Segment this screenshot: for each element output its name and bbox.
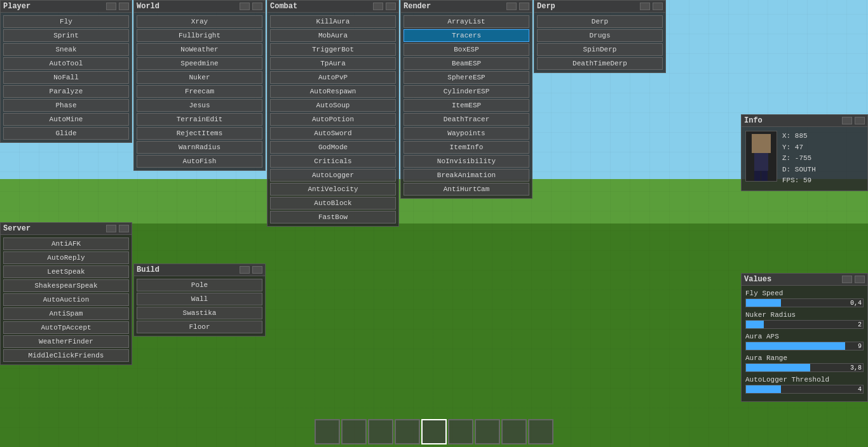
mod-btn-antiafk[interactable]: AntiAFK: [3, 237, 129, 250]
render-toggle-1[interactable]: [506, 3, 517, 10]
mod-btn-tracers[interactable]: Tracers: [403, 29, 529, 42]
mod-btn-drugs[interactable]: Drugs: [537, 29, 663, 42]
mod-btn-arraylist[interactable]: ArrayList: [403, 15, 529, 28]
mod-btn-killaura[interactable]: KillAura: [270, 15, 396, 28]
mod-btn-middleclickfriends[interactable]: MiddleClickFriends: [3, 349, 129, 362]
mod-btn-fullbright[interactable]: Fullbright: [137, 29, 262, 42]
mod-btn-autopotion[interactable]: AutoPotion: [270, 113, 396, 126]
mod-btn-godmode[interactable]: GodMode: [270, 141, 396, 154]
mod-btn-autoauction[interactable]: AutoAuction: [3, 293, 129, 306]
value-slider-4[interactable]: 4: [745, 385, 864, 394]
mod-btn-shakespearspeak[interactable]: ShakespearSpeak: [3, 279, 129, 292]
mod-btn-antihurtcam[interactable]: AntiHurtCam: [403, 183, 529, 196]
mod-btn-autoreply[interactable]: AutoReply: [3, 251, 129, 264]
mod-btn-nuker[interactable]: Nuker: [137, 71, 262, 84]
value-slider-1[interactable]: 2: [745, 320, 864, 329]
value-slider-2[interactable]: 9: [745, 342, 864, 350]
info-toggle-2[interactable]: [855, 117, 865, 124]
mod-btn-warnradius[interactable]: WarnRadius: [137, 141, 262, 154]
mod-btn-paralyze[interactable]: Paralyze: [3, 85, 129, 98]
mod-btn-waypoints[interactable]: Waypoints: [403, 127, 529, 140]
combat-toggle-1[interactable]: [373, 3, 383, 10]
mod-btn-cylinderesp[interactable]: CylinderESP: [403, 85, 529, 98]
mod-btn-boxesp[interactable]: BoxESP: [403, 43, 529, 56]
world-toggle-1[interactable]: [240, 3, 250, 10]
combat-toggle-2[interactable]: [386, 3, 396, 10]
hotbar-slot-7[interactable]: [475, 419, 500, 444]
render-toggle-2[interactable]: [519, 3, 529, 10]
mod-btn-noweather[interactable]: NoWeather: [137, 43, 262, 56]
values-toggle-2[interactable]: [855, 276, 865, 283]
mod-btn-autotpaccept[interactable]: AutoTpAccept: [3, 321, 129, 334]
mod-btn-noinvisibility[interactable]: NoInvisibility: [403, 155, 529, 168]
player-toggle-2[interactable]: [119, 3, 129, 10]
mod-btn-nofall[interactable]: NoFall: [3, 71, 129, 84]
mod-btn-leetspeak[interactable]: LeetSpeak: [3, 265, 129, 278]
mod-btn-sprint[interactable]: Sprint: [3, 29, 129, 42]
mod-btn-fly[interactable]: Fly: [3, 15, 129, 28]
server-toggle-2[interactable]: [119, 225, 129, 232]
mod-btn-swastika[interactable]: Swastika: [137, 307, 262, 319]
mod-btn-autosword[interactable]: AutoSword: [270, 127, 396, 140]
hotbar-slot-3[interactable]: [368, 419, 393, 444]
hotbar-slot-5[interactable]: [421, 419, 447, 444]
player-toggle-1[interactable]: [106, 3, 116, 10]
mod-btn-weatherfinder[interactable]: WeatherFinder: [3, 335, 129, 348]
mod-btn-autopvp[interactable]: AutoPvP: [270, 71, 396, 84]
mod-btn-deathtracer[interactable]: DeathTracer: [403, 113, 529, 126]
server-toggle-1[interactable]: [106, 225, 116, 232]
hotbar-slot-2[interactable]: [341, 419, 367, 444]
mod-btn-autologger[interactable]: AutoLogger: [270, 169, 396, 182]
mod-btn-freecam[interactable]: Freecam: [137, 85, 262, 98]
values-toggle-1[interactable]: [842, 276, 852, 283]
mod-btn-spinderp[interactable]: SpinDerp: [537, 43, 663, 56]
mod-btn-triggerbot[interactable]: TriggerBot: [270, 43, 396, 56]
mod-btn-autorespawn[interactable]: AutoRespawn: [270, 85, 396, 98]
derp-toggle-1[interactable]: [640, 3, 650, 10]
mod-btn-deathtimederp[interactable]: DeathTimeDerp: [537, 57, 663, 70]
mod-btn-automine[interactable]: AutoMine: [3, 113, 129, 126]
mod-btn-autosoup[interactable]: AutoSoup: [270, 99, 396, 112]
derp-panel-content: DerpDrugsSpinDerpDeathTimeDerp: [534, 13, 665, 72]
mod-btn-mobaura[interactable]: MobAura: [270, 29, 396, 42]
value-slider-0[interactable]: 0,4: [745, 298, 864, 307]
world-toggle-2[interactable]: [252, 3, 262, 10]
build-toggle-2[interactable]: [252, 266, 262, 274]
mod-btn-terrainedit[interactable]: TerrainEdit: [137, 113, 262, 126]
mod-btn-tpaura[interactable]: TpAura: [270, 57, 396, 70]
mod-btn-autoblock[interactable]: AutoBlock: [270, 197, 396, 210]
mod-btn-autotool[interactable]: AutoTool: [3, 57, 129, 70]
mod-btn-antivelocity[interactable]: AntiVelocity: [270, 183, 396, 196]
mod-btn-fastbow[interactable]: FastBow: [270, 211, 396, 223]
mod-btn-glide[interactable]: Glide: [3, 127, 129, 140]
mod-btn-antispam[interactable]: AntiSpam: [3, 307, 129, 320]
mod-btn-itemesp[interactable]: ItemESP: [403, 99, 529, 112]
info-toggle-1[interactable]: [842, 117, 852, 124]
hotbar-slot-8[interactable]: [501, 419, 527, 444]
mod-btn-beamesp[interactable]: BeamESP: [403, 57, 529, 70]
hotbar-slot-4[interactable]: [395, 419, 420, 444]
mod-btn-wall[interactable]: Wall: [137, 293, 262, 305]
value-slider-3[interactable]: 3,8: [745, 363, 864, 372]
hotbar-slot-6[interactable]: [448, 419, 473, 444]
mod-btn-breakanimation[interactable]: BreakAnimation: [403, 169, 529, 182]
value-number-2: 9: [858, 342, 862, 351]
build-toggle-1[interactable]: [240, 266, 250, 274]
mod-btn-phase[interactable]: Phase: [3, 99, 129, 112]
derp-toggle-2[interactable]: [653, 3, 663, 10]
hotbar-slot-1[interactable]: [315, 419, 340, 444]
mod-btn-sphereesp[interactable]: SphereESP: [403, 71, 529, 84]
mod-btn-iteminfo[interactable]: ItemInfo: [403, 141, 529, 154]
mod-btn-pole[interactable]: Pole: [137, 279, 262, 291]
mod-btn-sneak[interactable]: Sneak: [3, 43, 129, 56]
hotbar-slot-9[interactable]: [528, 419, 553, 444]
mod-btn-autofish[interactable]: AutoFish: [137, 155, 262, 168]
mod-btn-criticals[interactable]: Criticals: [270, 155, 396, 168]
combat-panel: Combat KillAuraMobAuraTriggerBotTpAuraAu…: [267, 0, 399, 227]
mod-btn-speedmine[interactable]: Speedmine: [137, 57, 262, 70]
mod-btn-jesus[interactable]: Jesus: [137, 99, 262, 112]
mod-btn-xray[interactable]: Xray: [137, 15, 262, 28]
mod-btn-rejectitems[interactable]: RejectItems: [137, 127, 262, 140]
mod-btn-derp[interactable]: Derp: [537, 15, 663, 28]
mod-btn-floor[interactable]: Floor: [137, 321, 262, 333]
